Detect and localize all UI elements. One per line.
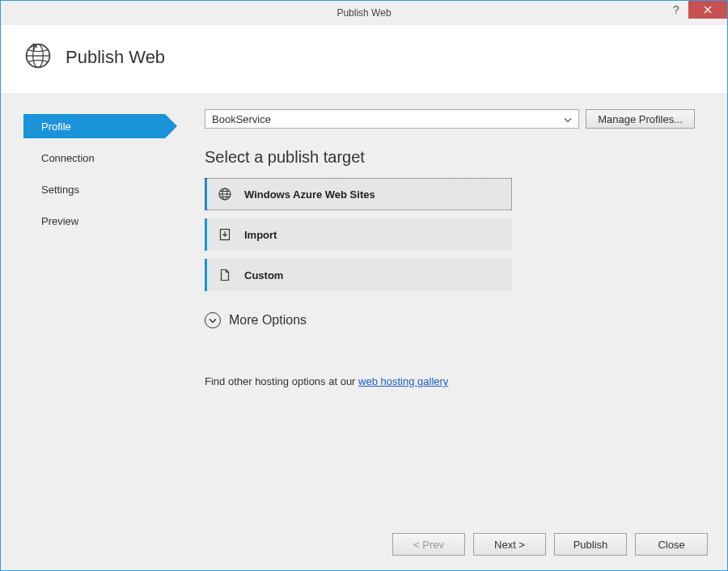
profile-dropdown[interactable]: BookService [205, 109, 579, 129]
next-button[interactable]: Next > [473, 533, 546, 556]
close-button[interactable]: Close [635, 533, 708, 556]
wizard-sidebar: Profile Connection Settings Preview [1, 109, 187, 523]
target-label: Windows Azure Web Sites [244, 188, 375, 201]
main-panel: BookService Manage Profiles... Select a … [187, 109, 727, 523]
publish-button[interactable]: Publish [554, 533, 627, 556]
button-label: Close [658, 539, 684, 551]
prev-button[interactable]: < Prev [392, 533, 465, 556]
target-label: Import [244, 229, 277, 241]
window-controls: ? [664, 1, 727, 19]
document-icon [218, 269, 231, 281]
sidebar-item-preview[interactable]: Preview [23, 209, 165, 233]
button-label: Publish [574, 539, 608, 551]
import-icon [218, 228, 231, 241]
sidebar-item-label: Profile [41, 121, 71, 133]
sidebar-item-label: Settings [41, 184, 79, 196]
chevron-down-circle-icon [205, 312, 221, 328]
dialog-body: Profile Connection Settings Preview Book… [1, 93, 727, 523]
button-label: Next > [494, 539, 525, 551]
profile-selected-value: BookService [212, 113, 271, 125]
hosting-prefix: Find other hosting options at our [205, 375, 358, 387]
target-custom[interactable]: Custom [205, 259, 512, 291]
sidebar-item-connection[interactable]: Connection [23, 146, 165, 170]
dialog-title: Publish Web [66, 47, 165, 68]
titlebar: Publish Web ? [1, 1, 727, 25]
publish-target-list: Windows Azure Web Sites Import [205, 178, 512, 291]
close-icon [704, 6, 712, 14]
publish-globe-icon [23, 41, 53, 74]
button-label: < Prev [413, 539, 444, 551]
web-hosting-gallery-link[interactable]: web hosting gallery [358, 375, 448, 387]
close-window-button[interactable] [688, 1, 727, 19]
more-options-label: More Options [229, 313, 307, 328]
chevron-down-icon [564, 113, 572, 125]
hosting-hint: Find other hosting options at our web ho… [205, 375, 695, 387]
sidebar-item-label: Preview [41, 215, 78, 227]
target-import[interactable]: Import [205, 218, 512, 251]
section-title: Select a publish target [205, 148, 695, 167]
target-azure-web-sites[interactable]: Windows Azure Web Sites [205, 178, 512, 210]
window-title: Publish Web [336, 7, 391, 19]
dialog-footer: < Prev Next > Publish Close [1, 523, 727, 570]
help-button[interactable]: ? [664, 1, 688, 19]
sidebar-item-label: Connection [41, 152, 95, 164]
target-label: Custom [244, 269, 283, 281]
help-icon: ? [673, 3, 679, 16]
dialog-header: Publish Web [1, 25, 727, 93]
azure-icon [218, 188, 231, 201]
sidebar-item-settings[interactable]: Settings [23, 177, 165, 201]
profile-row: BookService Manage Profiles... [205, 109, 695, 129]
manage-profiles-button[interactable]: Manage Profiles... [586, 109, 695, 129]
more-options-toggle[interactable]: More Options [205, 312, 695, 328]
publish-web-dialog: Publish Web ? Publish Web [0, 0, 728, 571]
button-label: Manage Profiles... [598, 113, 683, 125]
sidebar-item-profile[interactable]: Profile [23, 114, 165, 138]
